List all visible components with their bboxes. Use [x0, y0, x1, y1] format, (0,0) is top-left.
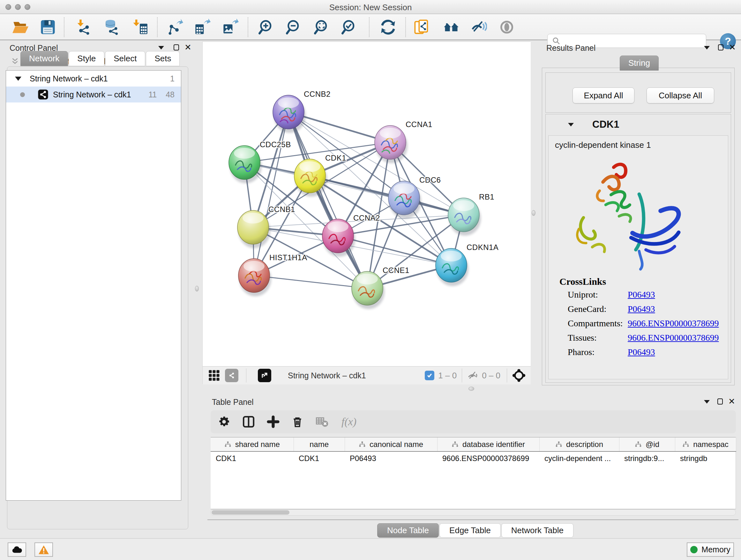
- close-panel-icon[interactable]: ✕: [728, 398, 735, 405]
- export-table-icon[interactable]: [193, 18, 211, 36]
- tab-network-table[interactable]: Network Table: [501, 523, 574, 538]
- gear-icon[interactable]: [218, 415, 230, 428]
- table-cell: cyclin-dependent ...: [539, 451, 619, 465]
- tree-expander-icon[interactable]: [15, 77, 21, 81]
- control-panel-tabs: NetworkStyleSelectSets: [20, 51, 180, 66]
- expand-all-button[interactable]: Expand All: [572, 87, 634, 104]
- refresh-view-icon[interactable]: [379, 18, 397, 36]
- title-bar: Session: New Session: [0, 0, 741, 14]
- table-row[interactable]: CDK1CDK1P064939606.ENSP00000378699cyclin…: [211, 451, 736, 465]
- table-horizontal-scrollbar[interactable]: [211, 509, 736, 516]
- tab-select[interactable]: Select: [105, 51, 145, 66]
- close-panel-icon[interactable]: ✕: [185, 44, 192, 51]
- grid-view-icon[interactable]: [208, 369, 220, 382]
- first-neighbors-icon[interactable]: [442, 18, 460, 36]
- share-network-icon[interactable]: [225, 369, 239, 382]
- import-network-file-icon[interactable]: [74, 18, 92, 36]
- zoom-out-icon[interactable]: [285, 18, 303, 36]
- network-view-panel: CCNB2CCNA1CDC25BCDK1CDC6RB1CCNB1CCNA2CDK…: [202, 42, 530, 384]
- crosslink-link[interactable]: 9606.ENSP00000378699: [628, 318, 719, 328]
- crosslink-link[interactable]: P06493: [628, 290, 655, 300]
- show-columns-icon[interactable]: [242, 415, 255, 428]
- column-header-shared-name[interactable]: shared name: [211, 437, 293, 451]
- node-label-ccnb1: CCNB1: [268, 205, 295, 213]
- collapse-panel-icon[interactable]: [704, 400, 710, 403]
- scrollbar-thumb[interactable]: [212, 510, 289, 515]
- tab-sets[interactable]: Sets: [146, 51, 180, 66]
- network-collection-row[interactable]: String Network – cdk1 1: [6, 71, 181, 86]
- crosslink-link[interactable]: P06493: [628, 347, 655, 357]
- float-panel-icon[interactable]: [174, 44, 179, 51]
- network-node-rb1[interactable]: [448, 198, 481, 236]
- cloud-button[interactable]: [8, 543, 26, 557]
- collection-count: 1: [170, 74, 175, 83]
- delete-column-icon[interactable]: [291, 415, 304, 428]
- float-panel-icon[interactable]: [718, 44, 724, 51]
- memory-button[interactable]: Memory: [687, 543, 734, 557]
- splitter-handle[interactable]: [468, 387, 474, 391]
- close-panel-icon[interactable]: ✕: [729, 44, 736, 51]
- table-toolbar: f(x): [211, 410, 736, 433]
- collapse-all-icon[interactable]: [11, 57, 19, 65]
- hidden-counts: 0 – 0: [482, 371, 500, 381]
- import-table-icon[interactable]: [131, 18, 149, 36]
- string-results-box: Expand All Collapse All CDK1 cyclin-depe…: [542, 68, 735, 385]
- tab-style[interactable]: Style: [69, 51, 105, 66]
- column-header-namespac[interactable]: namespac: [675, 437, 736, 451]
- network-edge[interactable]: [288, 112, 367, 288]
- tab-string[interactable]: String: [620, 56, 659, 71]
- open-session-icon[interactable]: [11, 18, 29, 36]
- network-node-cdc6[interactable]: [388, 181, 421, 219]
- zoom-in-icon[interactable]: [258, 18, 276, 36]
- network-node-cdc25b[interactable]: [229, 145, 262, 183]
- import-network-database-icon[interactable]: [102, 18, 120, 36]
- crosslink-label: Pharos:: [568, 347, 595, 357]
- tab-edge-table[interactable]: Edge Table: [440, 523, 501, 538]
- collapse-panel-icon[interactable]: [704, 46, 710, 50]
- birdseye-navigator-icon[interactable]: [512, 368, 526, 383]
- column-header--id[interactable]: @id: [619, 437, 675, 451]
- open-in-browser-icon[interactable]: [258, 369, 271, 382]
- export-network-icon[interactable]: [166, 18, 184, 36]
- crosslink-link[interactable]: 9606.ENSP00000378699: [628, 333, 719, 343]
- crosslink-link[interactable]: P06493: [628, 304, 655, 314]
- splitter-handle[interactable]: [195, 286, 199, 292]
- network-row[interactable]: String Network – cdk1 11 48: [6, 86, 181, 103]
- column-header-name[interactable]: name: [293, 437, 345, 451]
- node-table[interactable]: shared namenamecanonical namedatabase id…: [211, 437, 736, 509]
- export-image-icon[interactable]: [221, 18, 239, 36]
- cdk1-section-header[interactable]: CDK1: [546, 114, 731, 135]
- tab-node-table[interactable]: Node Table: [377, 523, 439, 538]
- hide-selected-icon[interactable]: [470, 18, 488, 36]
- apply-style-icon[interactable]: [413, 18, 431, 36]
- splitter-handle[interactable]: [532, 210, 536, 216]
- network-canvas[interactable]: CCNB2CCNA1CDC25BCDK1CDC6RB1CCNB1CCNA2CDK…: [203, 42, 531, 366]
- node-label-rb1: RB1: [479, 192, 494, 201]
- network-node-cdk1[interactable]: [294, 159, 327, 197]
- network-node-hist1h1a[interactable]: [239, 259, 271, 296]
- collapse-all-button[interactable]: Collapse All: [647, 87, 714, 104]
- graphics-details-icon[interactable]: [498, 18, 516, 36]
- zoom-selected-icon[interactable]: [341, 18, 359, 36]
- table-cell: P06493: [345, 451, 437, 465]
- column-header-database-identifier[interactable]: database identifier: [437, 437, 539, 451]
- collapse-panel-icon[interactable]: [158, 46, 164, 50]
- network-node-ccna2[interactable]: [322, 219, 355, 257]
- section-collapse-icon[interactable]: [568, 123, 574, 126]
- tab-network[interactable]: Network: [20, 51, 68, 66]
- zoom-fit-icon[interactable]: [313, 18, 331, 36]
- crosslink-row: Uniprot:P06493: [568, 290, 598, 300]
- network-type-icon: [38, 89, 49, 100]
- column-header-description[interactable]: description: [539, 437, 619, 451]
- window-title: Session: New Session: [0, 3, 741, 12]
- float-panel-icon[interactable]: [718, 398, 723, 405]
- selected-checkbox-icon[interactable]: [425, 371, 434, 380]
- network-node-ccnb2[interactable]: [273, 95, 306, 133]
- network-node-cdkn1a[interactable]: [435, 248, 468, 286]
- network-node-ccna1[interactable]: [375, 125, 408, 163]
- column-header-canonical-name[interactable]: canonical name: [345, 437, 437, 451]
- add-column-icon[interactable]: [267, 415, 280, 428]
- warning-button[interactable]: [35, 543, 53, 557]
- save-session-icon[interactable]: [39, 18, 57, 36]
- network-node-ccne1[interactable]: [352, 271, 385, 309]
